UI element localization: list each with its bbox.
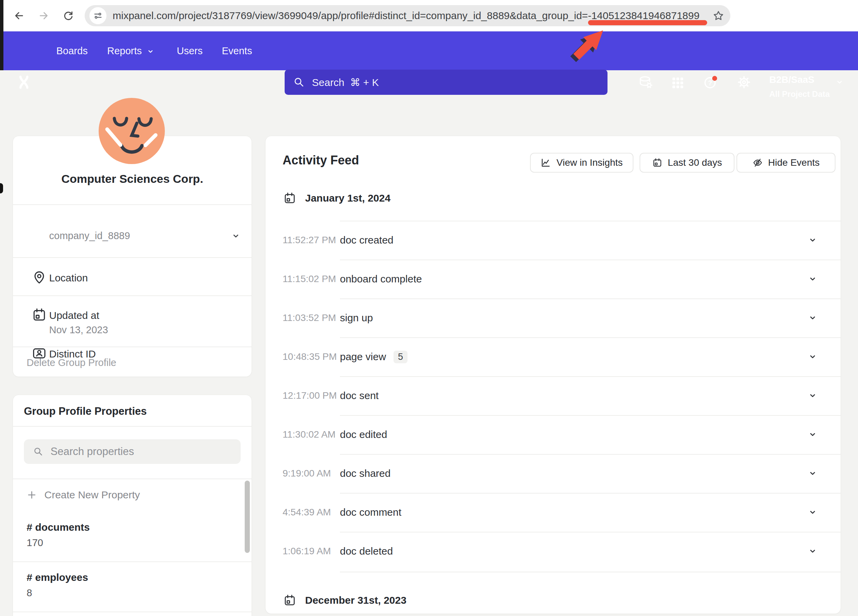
nav-item-events[interactable]: Events (222, 31, 252, 70)
company-name: Computer Sciences Corp. (13, 172, 252, 186)
window-edge-mark (0, 183, 3, 193)
event-row[interactable]: 1:06:19 AM doc deleted (266, 532, 841, 571)
activity-feed-list: January 1st, 2024 11:52:27 PM doc create… (266, 136, 841, 614)
browser-reload-icon[interactable] (63, 10, 74, 21)
top-navbar: Boards Reports Users Events Search ⌘ + K… (0, 31, 858, 70)
search-icon (293, 76, 305, 88)
search-placeholder: Search ⌘ + K (312, 76, 379, 88)
divider (13, 204, 252, 205)
create-new-property-label: Create New Property (44, 489, 140, 501)
property-name: # documents (26, 521, 90, 533)
event-name: doc deleted (340, 545, 393, 557)
delete-group-profile-button[interactable]: Delete Group Profile (26, 357, 117, 368)
event-time: 9:19:00 AM (283, 454, 331, 493)
event-name: doc shared (340, 468, 390, 479)
property-name: # employees (26, 572, 88, 583)
mixpanel-profile-page: mixpanel.com/project/3187769/view/369904… (0, 0, 858, 616)
feed-date-label: December 31st, 2023 (305, 594, 406, 606)
project-chevron-down-icon[interactable] (835, 78, 844, 87)
nav-item-reports[interactable]: Reports (107, 31, 142, 70)
group-profile-card: Computer Sciences Corp. Distinct ID comp… (12, 136, 252, 377)
location-pin-icon (32, 270, 47, 285)
event-row[interactable]: 11:15:02 PM onboard complete (266, 259, 841, 298)
divider (13, 346, 252, 347)
divider (13, 257, 252, 258)
event-row[interactable]: 9:19:00 AM doc shared (266, 454, 841, 493)
property-item[interactable]: # documents 170 (13, 511, 252, 562)
reports-chevron-down-icon[interactable] (146, 47, 155, 56)
properties-title: Group Profile Properties (24, 405, 147, 417)
scrollbar-thumb[interactable] (245, 481, 250, 553)
site-settings-icon[interactable] (89, 7, 106, 24)
svg-text:?: ? (708, 79, 712, 87)
event-time: 4:54:39 AM (283, 493, 331, 532)
chevron-down-icon[interactable] (807, 313, 818, 323)
event-row[interactable]: 11:03:52 PM sign up (266, 298, 841, 337)
mixpanel-logo-icon[interactable] (16, 75, 31, 90)
property-value: 8 (26, 587, 32, 599)
help-icon[interactable]: ? (703, 74, 719, 90)
nav-item-boards[interactable]: Boards (56, 31, 88, 70)
apps-grid-icon[interactable] (670, 75, 685, 90)
company-avatar (99, 98, 165, 164)
chevron-down-icon[interactable] (807, 430, 818, 440)
project-subtitle[interactable]: All Project Data (769, 89, 830, 99)
event-time: 11:15:02 PM (283, 259, 336, 298)
event-name: sign up (340, 312, 373, 324)
browser-back-icon[interactable] (14, 10, 25, 21)
chevron-down-icon[interactable] (807, 546, 818, 556)
divider (13, 478, 252, 479)
event-row[interactable]: 11:30:02 AM doc edited (266, 415, 841, 454)
event-time: 12:17:00 PM (283, 376, 337, 415)
event-name: doc comment (340, 506, 401, 518)
event-name: page view (340, 351, 386, 363)
event-row[interactable]: 12:17:00 PM doc sent (266, 376, 841, 415)
event-row[interactable]: 10:48:35 PM page view 5 (266, 337, 841, 376)
event-count-badge: 5 (393, 351, 407, 363)
group-properties-card: Group Profile Properties Search properti… (12, 395, 252, 616)
global-search-input[interactable]: Search ⌘ + K (284, 70, 608, 95)
chevron-down-icon[interactable] (807, 507, 818, 517)
chevron-down-icon[interactable] (807, 352, 818, 362)
project-name[interactable]: B2B/SaaS (769, 74, 814, 85)
notification-dot (712, 76, 717, 81)
divider (13, 426, 252, 427)
event-time: 1:06:19 AM (283, 532, 331, 571)
distinct-id-chevron-down-icon[interactable] (231, 231, 241, 241)
event-row[interactable]: 4:54:39 AM doc comment (266, 493, 841, 532)
event-time: 11:30:02 AM (283, 415, 336, 454)
divider (340, 572, 841, 573)
annotation-red-underline (588, 20, 707, 25)
chevron-down-icon[interactable] (807, 274, 818, 284)
chevron-down-icon[interactable] (807, 235, 818, 245)
data-management-icon[interactable] (638, 75, 654, 90)
browser-toolbar: mixpanel.com/project/3187769/view/369904… (0, 0, 858, 31)
settings-gear-icon[interactable] (737, 75, 752, 90)
feed-date-header: January 1st, 2024 (283, 188, 841, 208)
chevron-down-icon[interactable] (807, 468, 818, 478)
event-name: doc sent (340, 390, 378, 402)
event-time: 11:52:27 PM (283, 221, 336, 259)
browser-forward-icon[interactable] (38, 10, 49, 21)
updated-at-value: Nov 13, 2023 (49, 324, 108, 336)
calendar-icon (32, 307, 47, 322)
calendar-icon (283, 594, 296, 607)
search-icon (33, 446, 44, 457)
property-item[interactable]: # employees 8 (13, 562, 252, 612)
chevron-down-icon[interactable] (807, 391, 818, 401)
updated-at-label: Updated at (49, 310, 99, 321)
create-new-property-button[interactable]: Create New Property (26, 485, 140, 505)
event-time: 10:48:35 PM (283, 337, 337, 376)
event-name: doc created (340, 234, 393, 246)
event-row[interactable]: 11:52:27 PM doc created (266, 221, 841, 259)
distinct-id-value: company_id_8889 (49, 230, 130, 242)
calendar-icon (283, 192, 296, 205)
search-properties-input[interactable]: Search properties (24, 439, 241, 464)
feed-date-header: December 31st, 2023 (283, 590, 841, 611)
bookmark-star-icon[interactable] (713, 10, 724, 22)
activity-feed-card: Activity Feed View in Insights Last 30 d… (265, 136, 841, 614)
property-value: 170 (26, 537, 43, 548)
feed-date-label: January 1st, 2024 (305, 192, 390, 204)
nav-item-users[interactable]: Users (177, 31, 203, 70)
event-name: onboard complete (340, 273, 422, 285)
